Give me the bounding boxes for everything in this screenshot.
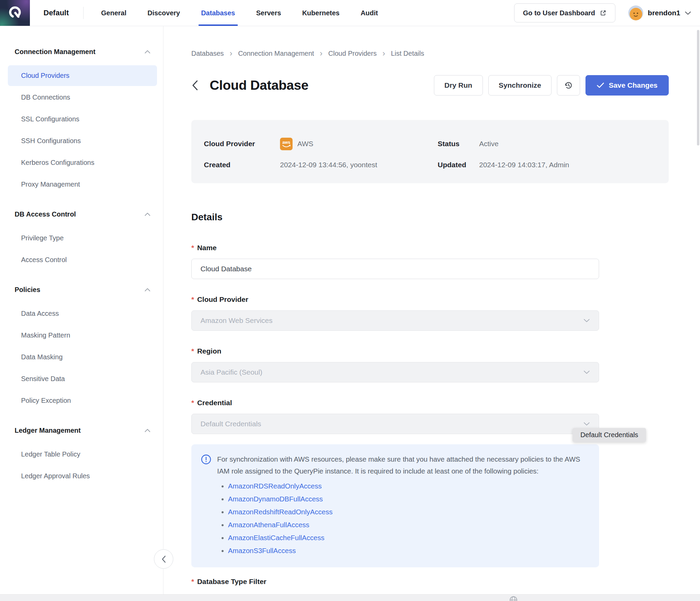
select-value: Default Credentials xyxy=(200,420,261,428)
querypie-logo[interactable] xyxy=(0,0,30,26)
summary-value: aws AWS xyxy=(280,138,313,150)
alert-message: For synchronization with AWS resources, … xyxy=(217,455,580,475)
tab-servers[interactable]: Servers xyxy=(256,0,281,26)
sidebar-item-proxy-management[interactable]: Proxy Management xyxy=(8,174,157,195)
field-label-text: Region xyxy=(197,347,221,355)
tab-audit[interactable]: Audit xyxy=(361,0,378,26)
sidebar-item-policy-exception[interactable]: Policy Exception xyxy=(8,390,157,411)
workspace-label: Default xyxy=(43,8,69,17)
required-marker: * xyxy=(191,244,194,252)
app-body: Connection Management Cloud Providers DB… xyxy=(0,26,700,601)
policy-link-rds[interactable]: AmazonRDSReadOnlyAccess xyxy=(228,482,322,490)
sidebar-item-ssh-configurations[interactable]: SSH Configurations xyxy=(8,131,157,151)
chevron-up-icon xyxy=(144,429,151,432)
summary-row: Created 2024-12-09 13:44:56, yoontest Up… xyxy=(204,158,669,172)
chevron-up-icon xyxy=(144,50,151,54)
user-menu[interactable]: brendon1 xyxy=(628,5,691,20)
avatar xyxy=(628,5,643,20)
region-select: Asia Pacific (Seoul) xyxy=(191,362,599,382)
page-title-row: Cloud Database Dry Run Synchronize xyxy=(191,75,669,96)
chevron-up-icon xyxy=(144,288,151,292)
user-name: brendon1 xyxy=(648,9,680,17)
sidebar-item-privilege-type[interactable]: Privilege Type xyxy=(8,228,157,248)
field-label-text: Cloud Provider xyxy=(197,295,248,304)
name-input[interactable] xyxy=(191,259,599,279)
sidebar-item-ssl-configurations[interactable]: SSL Configurations xyxy=(8,109,157,130)
policy-link-s3[interactable]: AmazonS3FullAccess xyxy=(228,547,296,554)
sidebar-item-cloud-providers[interactable]: Cloud Providers xyxy=(8,65,157,86)
credential-label: * Credential xyxy=(191,399,700,408)
svg-text:aws: aws xyxy=(282,140,291,145)
querypie-logo-icon xyxy=(7,5,23,21)
sidebar-item-data-access[interactable]: Data Access xyxy=(8,303,157,324)
alert-body: For synchronization with AWS resources, … xyxy=(217,453,584,557)
sidebar-menu: Ledger Table Policy Ledger Approval Rule… xyxy=(0,444,163,486)
chevron-left-icon xyxy=(191,79,199,91)
sidebar-menu: Cloud Providers DB Connections SSL Confi… xyxy=(0,65,163,195)
field-label-text: Database Type Filter xyxy=(197,578,266,586)
page-title: Cloud Database xyxy=(210,78,309,93)
footer-bar xyxy=(0,594,700,601)
dry-run-button[interactable]: Dry Run xyxy=(434,75,483,96)
policy-list-item: AmazonElastiCacheFullAccess xyxy=(228,531,584,544)
status-value: Active xyxy=(479,140,498,148)
database-type-filter-label: * Database Type Filter xyxy=(191,578,700,586)
section-title: Connection Management xyxy=(15,48,95,56)
sidebar-item-db-connections[interactable]: DB Connections xyxy=(8,87,157,108)
dashboard-button-label: Go to User Dashboard xyxy=(523,9,595,17)
sidebar-section-db-access-control[interactable]: DB Access Control xyxy=(15,209,151,219)
sidebar-collapse-button[interactable] xyxy=(154,549,173,569)
policy-list-item: AmazonAthenaFullAccess xyxy=(228,518,584,531)
section-title: Policies xyxy=(15,286,40,294)
save-changes-button[interactable]: Save Changes xyxy=(585,75,669,96)
cloud-provider-label: * Cloud Provider xyxy=(191,295,700,304)
section-title: Ledger Management xyxy=(15,427,81,434)
policy-link-redshift[interactable]: AmazonRedshiftReadOnlyAccess xyxy=(228,508,333,516)
policy-link-dynamodb[interactable]: AmazonDynamoDBFullAccess xyxy=(228,495,323,503)
policy-link-athena[interactable]: AmazonAthenaFullAccess xyxy=(228,521,309,529)
tab-kubernetes[interactable]: Kubernetes xyxy=(302,0,339,26)
sidebar-item-sensitive-data[interactable]: Sensitive Data xyxy=(8,368,157,389)
breadcrumb-connection-management[interactable]: Connection Management xyxy=(238,50,314,57)
summary-cloud-provider: Cloud Provider aws AWS xyxy=(204,138,438,150)
policy-link-elasticache[interactable]: AmazonElastiCacheFullAccess xyxy=(228,534,325,542)
sidebar-item-kerberos-configurations[interactable]: Kerberos Configurations xyxy=(8,152,157,173)
sidebar-item-ledger-approval-rules[interactable]: Ledger Approval Rules xyxy=(8,466,157,486)
tab-discovery[interactable]: Discovery xyxy=(147,0,180,26)
sidebar-section-connection-management[interactable]: Connection Management xyxy=(15,47,151,57)
sidebar-section-policies[interactable]: Policies xyxy=(15,285,151,295)
back-button[interactable] xyxy=(191,78,203,93)
sidebar-section-ledger-management[interactable]: Ledger Management xyxy=(15,425,151,435)
app-window: Default General Discovery Databases Serv… xyxy=(0,0,700,601)
breadcrumb-databases[interactable]: Databases xyxy=(191,50,224,57)
sidebar-item-data-masking[interactable]: Data Masking xyxy=(8,347,157,367)
chevron-left-icon xyxy=(161,555,166,563)
chevron-up-icon xyxy=(144,212,151,216)
sidebar-item-masking-pattern[interactable]: Masking Pattern xyxy=(8,325,157,346)
required-marker: * xyxy=(191,399,194,407)
breadcrumb-separator: › xyxy=(320,50,322,57)
scrollbar-thumb[interactable] xyxy=(697,30,699,145)
header-right: Go to User Dashboard brendon1 xyxy=(514,3,691,22)
section-title: DB Access Control xyxy=(15,210,76,218)
tab-databases[interactable]: Databases xyxy=(201,0,235,26)
policy-list-item: AmazonRDSReadOnlyAccess xyxy=(228,480,584,493)
tab-general[interactable]: General xyxy=(101,0,126,26)
field-label-text: Name xyxy=(197,244,216,252)
field-label-text: Credential xyxy=(197,399,232,407)
updated-value: 2024-12-09 14:03:17, Admin xyxy=(479,161,569,169)
breadcrumb-cloud-providers[interactable]: Cloud Providers xyxy=(328,50,377,57)
cloud-provider-field-group: * Cloud Provider Amazon Web Services xyxy=(191,295,700,331)
aws-policy-alert: For synchronization with AWS resources, … xyxy=(191,444,599,567)
name-field-group: * Name xyxy=(191,244,700,279)
created-value: 2024-12-09 13:44:56, yoontest xyxy=(280,161,377,169)
globe-icon xyxy=(509,596,518,601)
synchronize-button[interactable]: Synchronize xyxy=(488,75,552,96)
history-button[interactable] xyxy=(557,75,580,96)
sidebar-item-ledger-table-policy[interactable]: Ledger Table Policy xyxy=(8,444,157,465)
sidebar-item-access-control[interactable]: Access Control xyxy=(8,250,157,270)
summary-label: Cloud Provider xyxy=(204,140,280,148)
credential-tooltip: Default Credentials xyxy=(573,428,646,442)
external-link-icon xyxy=(599,10,607,17)
go-to-user-dashboard-button[interactable]: Go to User Dashboard xyxy=(514,3,615,22)
